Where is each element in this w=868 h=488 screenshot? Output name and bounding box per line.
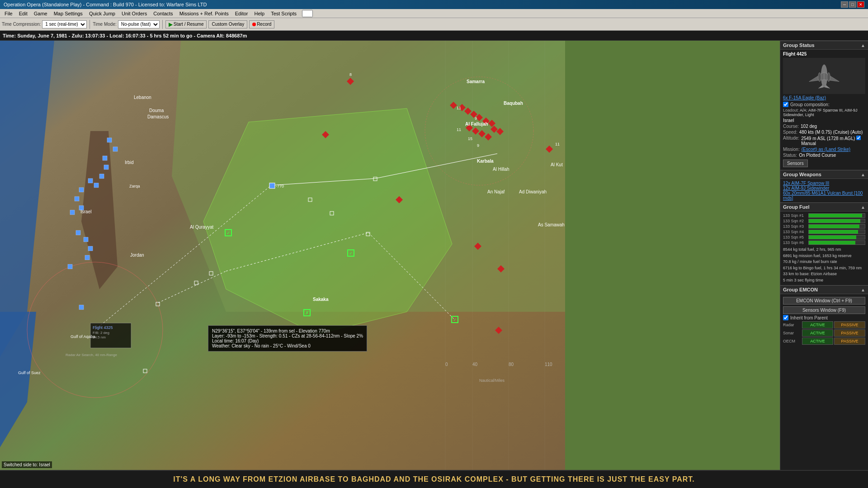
fuel-bar-4: 133 Sqn #4 [783,230,865,234]
menu-file[interactable]: File [2,10,15,17]
svg-point-115 [818,73,821,82]
svg-text:Damascus: Damascus [147,114,169,119]
svg-rect-50 [79,188,84,192]
svg-text:Sakaka: Sakaka [313,297,329,302]
inherit-parent-checkbox[interactable] [783,315,788,320]
svg-text:9: 9 [475,116,477,121]
time-compression-select[interactable]: 1 sec (real-time) [42,20,87,28]
radar-passive-btn[interactable]: PASSIVE [834,321,865,328]
sonar-active-btn[interactable]: ACTIVE [802,329,833,337]
menu-edit[interactable]: Edit [16,10,30,17]
map-area[interactable]: 0 40 80 110 Nautical/Miles [0,41,780,470]
menu-unit-orders[interactable]: Unit Orders [119,10,150,17]
menu-test-scripts[interactable]: Test Scripts [268,10,299,17]
inherit-from-parent-row: Inherit from Parent [783,315,865,320]
close-button[interactable]: ✕ [857,1,864,8]
mission-value[interactable]: (Escort) as (Land Strike) [802,147,850,152]
mission-row: Mission: (Escort) as (Land Strike) [783,147,865,152]
svg-text:Al Hillah: Al Hillah [493,167,509,172]
weapon-3[interactable]: 60x 20mm/85 M61A1 Vulcan Burst [100 rnds… [783,191,865,201]
scenario-input[interactable]: 1 [302,10,313,17]
svg-text:11: 11 [457,106,461,110]
svg-rect-60 [269,183,275,188]
record-button[interactable]: Record [249,20,274,28]
svg-text:Al Kut: Al Kut [551,162,563,167]
group-weapons-content: 12x AIM-7F Sparrow III 12x AIM-9J Sidewi… [780,179,868,202]
speed-label: Speed: [783,130,797,135]
svg-text:Samarra: Samarra [467,79,485,84]
bottom-ticker: IT'S A LONG WAY FROM ETZION AIRBASE TO B… [0,470,868,488]
menu-contacts[interactable]: Contacts [151,10,175,17]
custom-overlay-button[interactable]: Custom Overlay [208,20,247,28]
menu-missions-ref-points[interactable]: Missions + Ref. Points [177,10,231,17]
group-fuel-content: 133 Sqn #1 133 Sqn #2 133 Sqn #3 133 Sqn… [780,211,868,285]
start-resume-button[interactable]: ▶ Start / Resume [165,20,207,28]
group-weapons-collapse-btn[interactable]: ▲ [861,172,865,177]
oecm-passive-btn[interactable]: PASSIVE [834,338,865,345]
svg-text:8: 8 [349,72,352,77]
fuel-bar-6: 133 Sqn #6 [783,240,865,245]
status-value: On Plotted Course [799,153,836,158]
emcon-window-button[interactable]: EMCON Window (Ctrl + F9) [783,297,865,305]
fuel-bar-1: 133 Sqn #1 [783,213,865,218]
group-status-header: Group Status ▲ [780,41,868,50]
svg-text:15: 15 [468,136,472,141]
menu-bar: File Edit Game Map Settings Quick Jump U… [0,9,868,18]
menu-help[interactable]: Help [252,10,268,17]
status-row: Status: On Plotted Course [783,153,865,158]
svg-rect-47 [99,174,104,178]
time-mode-label: Time Mode: [93,22,116,27]
aircraft-type-link[interactable]: 6x F-15A Eagle (Baz) [783,95,826,100]
status-label: Status: [783,153,797,158]
group-weapons-header: Group Weapons ▲ [780,170,868,179]
svg-text:✗: ✗ [305,310,309,315]
svg-text:Al Qurayyat: Al Qurayyat [190,225,213,230]
sensors-button[interactable]: Sensors [783,160,808,167]
svg-rect-59 [79,305,84,310]
menu-editor[interactable]: Editor [232,10,251,17]
title-bar: Operation Opera (Standalone Play) - Comm… [0,0,868,9]
svg-text:Ad Diwaniyah: Ad Diwaniyah [519,189,547,194]
svg-text:✓: ✓ [453,317,457,322]
group-status-collapse-btn[interactable]: ▲ [861,43,865,48]
svg-text:Jordan: Jordan [130,253,144,258]
altitude-row: Altitude: 2549 m ASL (1728 m AGL) Manual [783,136,865,146]
maximize-button[interactable]: □ [849,1,856,8]
svg-text:✓: ✓ [349,251,353,256]
svg-text:110: 110 [545,362,552,367]
title-text: Operation Opera (Standalone Play) - Comm… [4,2,841,7]
altitude-value: 2549 m ASL (1728 m AGL) Manual [801,136,865,146]
menu-quick-jump[interactable]: Quick Jump [86,10,118,17]
toolbar: Time Compression: 1 sec (real-time) Time… [0,18,868,31]
time-compression-label: Time Compression: [2,22,41,27]
fuel-bar-3: 133 Sqn #3 [783,224,865,229]
manual-checkbox[interactable] [856,136,861,140]
time-compression-group: Time Compression: 1 sec (real-time) [2,20,87,28]
menu-game[interactable]: Game [31,10,50,17]
group-fuel-collapse-btn[interactable]: ▲ [861,205,865,210]
sonar-emcon-row: Sonar ACTIVE PASSIVE [783,329,865,337]
sonar-passive-btn[interactable]: PASSIVE [834,329,865,337]
flight-label: Flight 4425 [783,52,865,56]
fuel-bar-5: 133 Sqn #5 [783,235,865,239]
svg-rect-55 [88,246,93,251]
weapon-2[interactable]: 12x AIM-9J Sidewinder [783,186,865,191]
menu-map-settings[interactable]: Map Settings [51,10,85,17]
svg-rect-57 [76,230,80,235]
svg-rect-51 [75,197,79,201]
group-composition-checkbox[interactable] [783,102,788,107]
separator-2 [162,20,163,29]
oecm-active-btn[interactable]: ACTIVE [802,338,833,345]
country-label: Israel [783,118,865,123]
tooltip-line1: N29°36'15", E37°50'04" - 139nm from sel … [212,328,363,333]
weapon-1[interactable]: 12x AIM-7F Sparrow III [783,181,865,186]
sensors-window-button[interactable]: Sensors Window (F9) [783,306,865,314]
svg-text:Israel: Israel [80,209,91,214]
svg-rect-46 [104,165,108,169]
group-emcon-collapse-btn[interactable]: ▲ [861,287,865,292]
status-bar: Time: Sunday, June 7, 1981 - Zulu: 13:07… [0,31,868,41]
time-mode-select[interactable]: No-pulse (fast) [118,20,160,28]
mission-label: Mission: [783,147,800,152]
radar-active-btn[interactable]: ACTIVE [802,321,833,328]
minimize-button[interactable]: ─ [841,1,848,8]
